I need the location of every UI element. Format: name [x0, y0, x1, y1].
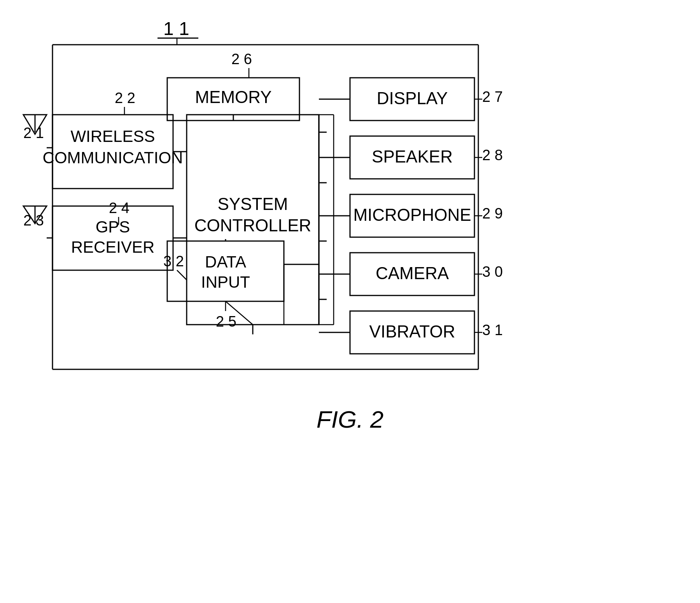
- ref-29: 2 9: [482, 205, 503, 222]
- microphone-label: MICROPHONE: [353, 205, 471, 224]
- gps-label1: GPS: [96, 218, 130, 236]
- ref-22: 2 2: [115, 90, 135, 106]
- diagram-container: 1 1 2 6 MEMORY 2 2 WIRELESS COMMUNICATIO…: [0, 0, 700, 603]
- wireless-label2: COMMUNICATION: [43, 149, 183, 167]
- data-input-label1: DATA: [205, 253, 246, 271]
- ref-28: 2 8: [482, 147, 503, 163]
- speaker-label: SPEAKER: [372, 147, 453, 166]
- ref-31: 3 1: [482, 322, 503, 338]
- camera-label: CAMERA: [376, 264, 449, 283]
- data-input-box: [167, 241, 284, 301]
- wireless-label1: WIRELESS: [70, 127, 155, 145]
- system-label1: SYSTEM: [218, 194, 288, 213]
- ref-24: 2 4: [109, 200, 130, 216]
- ref-27: 2 7: [482, 89, 503, 105]
- memory-label: MEMORY: [195, 87, 271, 107]
- system-label2: CONTROLLER: [194, 216, 312, 235]
- ref-11: 1 1: [163, 18, 189, 39]
- ref-21: 2 1: [23, 125, 44, 141]
- ref-32: 3 2: [163, 253, 184, 269]
- ref-30: 3 0: [482, 264, 503, 280]
- ref-26: 2 6: [231, 51, 252, 67]
- gps-label2: RECEIVER: [71, 238, 155, 256]
- figure-caption: FIG. 2: [317, 406, 383, 433]
- vibrator-label: VIBRATOR: [369, 322, 455, 341]
- data-input-label2: INPUT: [201, 273, 250, 291]
- display-label: DISPLAY: [377, 89, 448, 108]
- ref-25: 2 5: [216, 313, 236, 330]
- svg-line-8: [177, 270, 187, 280]
